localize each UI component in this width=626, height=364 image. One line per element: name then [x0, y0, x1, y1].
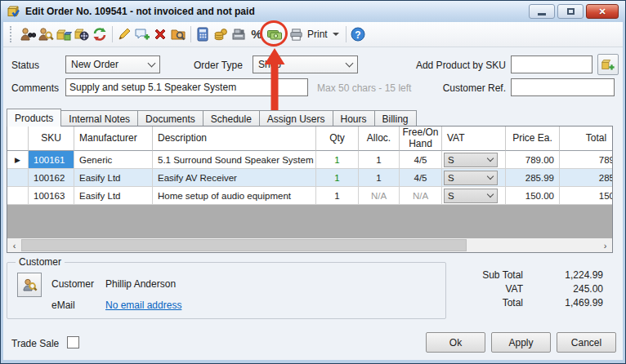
- email-link[interactable]: No email address: [105, 300, 181, 311]
- column-header-free-on-hand[interactable]: Free/On Hand: [400, 127, 442, 151]
- tab-documents[interactable]: Documents: [137, 110, 203, 127]
- trade-sale-checkbox[interactable]: [67, 336, 79, 348]
- scroll-right-arrow[interactable]: ›: [598, 238, 612, 252]
- toolbar: % Print: [3, 22, 623, 47]
- minimize-button[interactable]: [529, 4, 555, 19]
- help-icon[interactable]: ?: [350, 26, 366, 42]
- refresh-icon[interactable]: [92, 26, 108, 42]
- toolbar-separator: [346, 26, 347, 42]
- tab-assign-users[interactable]: Assign Users: [259, 110, 333, 127]
- column-header-vat[interactable]: VAT: [442, 127, 506, 151]
- products-icon[interactable]: [56, 26, 72, 42]
- print-dropdown-arrow-icon: [333, 33, 339, 36]
- customer-search-icon[interactable]: [20, 26, 36, 42]
- cell-sku: 100163: [29, 187, 74, 205]
- customer-name-value: Phillip Anderson: [105, 278, 176, 290]
- customer-ref-input[interactable]: [511, 78, 615, 96]
- grid-empty-area: [7, 205, 613, 239]
- cancel-button[interactable]: Cancel: [557, 332, 616, 353]
- column-header-price-ea[interactable]: Price Ea.: [506, 127, 560, 151]
- delete-icon[interactable]: [152, 26, 168, 42]
- ok-button[interactable]: Ok: [426, 332, 485, 353]
- customer-search-icon: [21, 277, 38, 293]
- table-row[interactable]: 100163 Easify Ltd Home setup of audio eq…: [7, 187, 613, 205]
- product-catalog-icon[interactable]: [74, 26, 90, 42]
- vat-dropdown[interactable]: S: [444, 189, 498, 203]
- comments-label: Comments: [11, 82, 59, 94]
- print-button[interactable]: Print: [286, 25, 342, 43]
- cell-alloc: N/A: [359, 187, 400, 205]
- till-icon[interactable]: [230, 26, 247, 42]
- scrollbar-thumb[interactable]: [21, 239, 467, 251]
- order-type-value: Shop: [258, 59, 347, 70]
- column-header-total[interactable]: Total: [560, 127, 613, 151]
- tab-billing[interactable]: Billing: [374, 110, 417, 127]
- vat-total-value: 245.00: [526, 283, 603, 295]
- payments-icon[interactable]: [212, 26, 229, 42]
- discount-percent-icon[interactable]: %: [248, 26, 265, 42]
- cell-price: 285.99: [506, 169, 560, 187]
- add-note-icon[interactable]: [134, 26, 150, 42]
- scroll-left-arrow[interactable]: ‹: [7, 238, 21, 252]
- total-value: 1,469.99: [526, 297, 603, 309]
- window-title: Edit Order No. 109541 - not invoiced and…: [25, 6, 255, 17]
- customer-group-label: Customer: [16, 256, 65, 268]
- toolbar-grip[interactable]: [10, 26, 13, 42]
- table-row[interactable]: 100162 Easify Ltd Easify AV Receiver 1 1…: [7, 169, 613, 187]
- money-icon[interactable]: [266, 26, 283, 42]
- tab-hours[interactable]: Hours: [333, 110, 375, 127]
- total-label: Total: [445, 297, 523, 309]
- customer-details-icon[interactable]: [38, 26, 54, 42]
- cell-total: 150.00: [560, 187, 613, 205]
- title-bar: Edit Order No. 109541 - not invoiced and…: [1, 1, 625, 22]
- cell-price: 150.00: [506, 187, 560, 205]
- sub-total-label: Sub Total: [445, 269, 523, 281]
- window-controls: ✕: [529, 4, 619, 19]
- tab-internal-notes[interactable]: Internal Notes: [60, 110, 138, 127]
- print-label: Print: [307, 29, 328, 40]
- column-header-qty[interactable]: Qty: [316, 127, 359, 151]
- calculator-icon[interactable]: [195, 26, 211, 42]
- vat-value: S: [448, 173, 454, 183]
- vat-dropdown[interactable]: S: [444, 171, 498, 185]
- select-customer-button[interactable]: [17, 273, 42, 297]
- dialog-content: Status New Order Order Type Shop Add Pro…: [3, 47, 623, 360]
- column-header-description[interactable]: Description: [153, 127, 316, 151]
- cell-manufacturer: Easify Ltd: [74, 187, 153, 205]
- maximize-button[interactable]: [557, 4, 584, 19]
- table-row[interactable]: ▶ 100161 Generic 5.1 Surround Sound Spea…: [7, 151, 613, 169]
- column-header-alloc[interactable]: Alloc.: [359, 127, 400, 151]
- cell-sku: 100161: [29, 151, 74, 169]
- cell-alloc: 1: [359, 169, 400, 187]
- find-order-icon[interactable]: [170, 26, 186, 42]
- svg-text:?: ?: [355, 29, 360, 41]
- toolbar-separator: [190, 26, 191, 42]
- order-type-dropdown[interactable]: Shop: [253, 55, 358, 73]
- tab-products[interactable]: Products: [7, 109, 61, 127]
- svg-text:%: %: [251, 27, 262, 41]
- printer-icon: [288, 27, 304, 42]
- add-product-sku-input[interactable]: [511, 55, 592, 73]
- column-header-sku[interactable]: SKU: [29, 127, 74, 151]
- cell-alloc: 1: [359, 151, 400, 169]
- customer-name-label: Customer: [51, 278, 94, 290]
- status-dropdown[interactable]: New Order: [65, 55, 160, 73]
- customer-groupbox: Customer Customer Phillip Anderson eMail…: [7, 262, 446, 319]
- column-header-manufacturer[interactable]: Manufacturer: [74, 127, 153, 151]
- edit-pencil-icon[interactable]: [116, 26, 132, 42]
- status-label: Status: [11, 60, 39, 71]
- status-value: New Order: [71, 59, 149, 70]
- close-button[interactable]: ✕: [586, 4, 619, 19]
- tab-schedule[interactable]: Schedule: [203, 110, 260, 127]
- sub-total-value: 1,224.99: [526, 269, 603, 281]
- cell-description: 5.1 Surround Sound Speaker System: [153, 151, 316, 169]
- vat-value: S: [448, 191, 454, 201]
- products-grid: SKU Manufacturer Description Qty Alloc. …: [7, 126, 613, 253]
- vat-dropdown[interactable]: S: [444, 153, 498, 167]
- apply-button[interactable]: Apply: [491, 332, 551, 353]
- comments-input[interactable]: [65, 78, 308, 96]
- chevron-down-icon: [148, 59, 156, 67]
- add-product-button[interactable]: [597, 54, 619, 75]
- cell-manufacturer: Easify Ltd: [74, 169, 153, 187]
- cell-description: Easify AV Receiver: [153, 169, 316, 187]
